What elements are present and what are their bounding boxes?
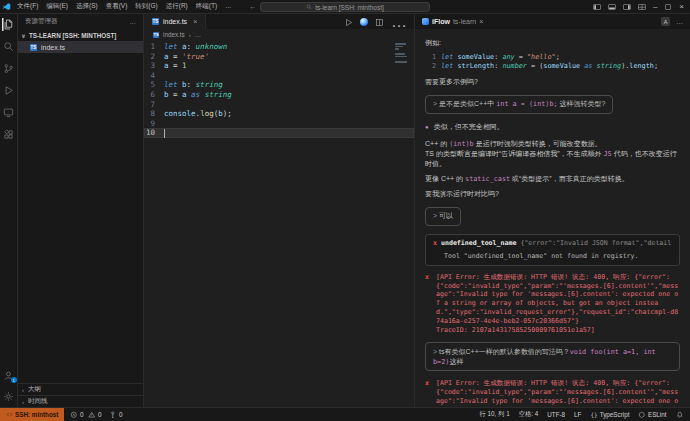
- token: let: [441, 53, 457, 61]
- text-segment: 可以: [439, 212, 453, 219]
- token: ;: [556, 53, 560, 61]
- explorer-more-icon[interactable]: …: [130, 18, 137, 25]
- tool-result: Tool "undefined_tool_name" not found in …: [433, 252, 672, 261]
- back-button[interactable]: ←: [250, 3, 257, 10]
- chat-code-block: 1let someValue: any = "hello";2let strLe…: [427, 53, 680, 72]
- menu-item[interactable]: 运行(R): [166, 2, 188, 11]
- toggle-secondary-sidebar-icon[interactable]: [623, 3, 631, 11]
- menu-item[interactable]: 文件(F): [17, 2, 38, 11]
- eslint-status[interactable]: ESLint: [638, 411, 666, 419]
- account-badge-icon[interactable]: A: [661, 17, 670, 26]
- chevron-down-icon: ∨: [21, 32, 26, 39]
- chat-user-message: > 是不是类似C++中 int a = (int)b; 这样强转类型?: [425, 95, 613, 114]
- menu-item[interactable]: 转到(G): [135, 2, 157, 11]
- accounts-icon[interactable]: 1: [2, 369, 16, 382]
- iflow-logo-icon[interactable]: [360, 18, 368, 26]
- minimap-line: [395, 48, 399, 50]
- chat-error-message: x[API Error: 生成数据错误: HTTP 错误! 状态: 400, 响…: [425, 273, 680, 335]
- braces-icon: {}: [590, 411, 597, 418]
- error-count: 0: [80, 411, 84, 418]
- menu-item[interactable]: 编辑(E): [46, 2, 68, 11]
- remote-explorer-icon[interactable]: [2, 106, 16, 119]
- maximize-button[interactable]: [664, 3, 672, 11]
- editor-group: TS index.ts × … TS index.ts › … 1let a: …: [144, 14, 414, 407]
- remote-indicator[interactable]: SSH: minthost: [0, 408, 64, 421]
- minimap[interactable]: [395, 43, 411, 69]
- search-icon: [306, 4, 312, 10]
- error-text: [API Error: 生成数据错误: HTTP 错误! 状态: 400, 响应…: [436, 379, 680, 407]
- menu-item[interactable]: 选择(S): [76, 2, 98, 11]
- close-panel-tab-icon[interactable]: ×: [479, 18, 483, 25]
- chat-history[interactable]: 例如:1let someValue: any = "hello";2let st…: [415, 29, 690, 407]
- line-number: 4: [144, 71, 164, 81]
- settings-icon[interactable]: [2, 390, 16, 403]
- customize-layout-icon[interactable]: [638, 3, 646, 11]
- language-mode[interactable]: {} TypeScript: [590, 411, 629, 418]
- problems-indicator[interactable]: 0 0: [70, 411, 101, 419]
- command-center-search[interactable]: ts-learn [SSH: minthost]: [260, 2, 430, 12]
- inline-code: static_cast: [465, 175, 510, 183]
- text-segment: 更像 C++ 的: [425, 175, 465, 182]
- token: "hello": [527, 53, 556, 61]
- breadcrumb[interactable]: TS index.ts › …: [144, 29, 414, 40]
- run-file-icon[interactable]: [344, 13, 353, 31]
- close-window-button[interactable]: ×: [679, 3, 684, 11]
- panel-more-icon[interactable]: …: [676, 18, 683, 25]
- search-icon[interactable]: [2, 40, 16, 53]
- remote-icon: [6, 411, 13, 418]
- menu-item[interactable]: …: [225, 2, 232, 11]
- token: ;: [654, 62, 658, 70]
- encoding[interactable]: UTF-8: [547, 411, 565, 418]
- text-segment: 要我演示运行时对比吗?: [425, 190, 499, 197]
- tab-iflow[interactable]: iFlow ts-learn ×: [422, 18, 483, 25]
- explorer-icon[interactable]: [2, 18, 16, 31]
- token: length: [629, 62, 654, 70]
- sidebar-section-时间线[interactable]: ›时间线: [18, 395, 143, 407]
- run-debug-icon[interactable]: [2, 84, 16, 97]
- code-line: 9: [144, 119, 414, 129]
- more-actions-icon[interactable]: …: [391, 13, 407, 31]
- file-item-index.ts[interactable]: TSindex.ts: [18, 41, 143, 53]
- workspace-folder-row[interactable]: ∨ TS-LEARN [SSH: MINTHOST]: [18, 29, 143, 41]
- code-text: b = a as string: [164, 90, 232, 100]
- code-editor[interactable]: 1let a: unknown2a = 'true'3a = 145let b:…: [144, 40, 414, 407]
- eol-sequence[interactable]: LF: [574, 411, 581, 418]
- chevron-right-icon: ›: [22, 399, 24, 405]
- code-block-line: 2let strLength: number = (someValue as s…: [427, 62, 680, 71]
- token: console: [164, 109, 196, 118]
- error-text: [API Error: 生成数据错误: HTTP 错误! 状态: 400, 响应…: [436, 273, 680, 335]
- ports-indicator[interactable]: 0: [109, 411, 122, 419]
- close-tab-icon[interactable]: ×: [193, 18, 197, 25]
- extensions-icon[interactable]: [2, 128, 16, 141]
- code-line: 4: [144, 71, 414, 81]
- text-segment: C++ 的: [425, 140, 449, 147]
- code-line: 3a = 1: [144, 61, 414, 71]
- cursor-position[interactable]: 行 10, 列 1: [480, 410, 510, 419]
- workspace-label: TS-LEARN [SSH: MINTHOST]: [29, 32, 116, 39]
- code-line: 5let b: string: [144, 80, 414, 90]
- source-control-icon[interactable]: [2, 62, 16, 75]
- notifications-bell[interactable]: [676, 411, 684, 419]
- menu-item[interactable]: 终端(T): [196, 2, 217, 11]
- toggle-panel-icon[interactable]: [608, 3, 616, 11]
- panel-doc-name: ts-learn: [453, 18, 476, 25]
- chat-paragraph: 要我演示运行时对比吗?: [425, 189, 680, 199]
- split-editor-icon[interactable]: [375, 13, 384, 31]
- error-icon: x: [425, 379, 429, 407]
- token: let: [441, 62, 457, 70]
- indentation[interactable]: 空格: 4: [519, 410, 539, 419]
- minimize-button[interactable]: –: [653, 3, 657, 11]
- chat-user-message: > 可以: [425, 207, 461, 226]
- typescript-file-icon: TS: [153, 32, 159, 38]
- code-line: 2a = 'true': [144, 52, 414, 62]
- line-number: 5: [144, 80, 164, 90]
- token: 'true': [182, 52, 209, 61]
- inline-code: JS: [604, 150, 612, 158]
- sidebar-section-大纲[interactable]: ›大纲: [18, 383, 143, 395]
- menu-item[interactable]: 查看(V): [106, 2, 128, 11]
- token: string: [191, 80, 223, 89]
- toggle-sidebar-icon[interactable]: [593, 3, 601, 11]
- tab-index-ts[interactable]: TS index.ts ×: [144, 14, 206, 29]
- typescript-file-icon: TS: [152, 18, 159, 25]
- code-line: 7: [144, 100, 414, 110]
